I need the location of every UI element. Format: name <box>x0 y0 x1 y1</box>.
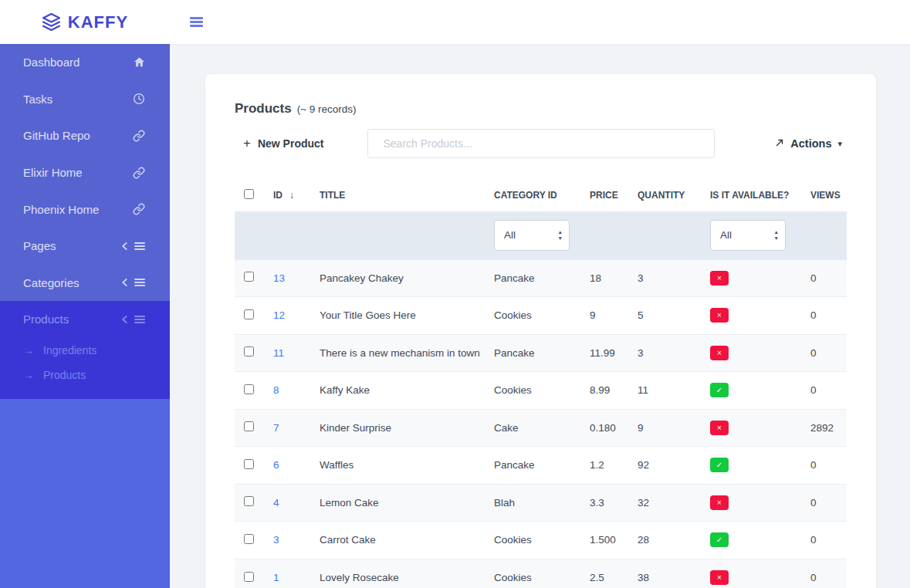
availability-badge: × <box>710 421 729 435</box>
new-product-button[interactable]: + New Product <box>243 136 324 151</box>
cell-category: Blah <box>485 484 580 522</box>
sidebar-item-tasks[interactable]: Tasks <box>0 81 170 118</box>
row-id-link[interactable]: 6 <box>273 459 279 471</box>
column-header-available[interactable]: IS IT AVAILABLE? <box>701 179 801 211</box>
row-checkbox[interactable] <box>244 384 254 394</box>
row-id-link[interactable]: 11 <box>273 347 284 359</box>
sidebar-item-label: Categories <box>23 276 121 289</box>
search-input[interactable] <box>367 129 715 158</box>
cell-title: Lemon Cake <box>310 484 485 522</box>
table-row: 4Lemon CakeBlah3.332×0 <box>235 484 847 522</box>
sidebar-item-phoenix-home[interactable]: Phoenix Home <box>0 191 170 228</box>
cell-category: Cookies <box>485 522 580 559</box>
sidebar-item-categories[interactable]: Categories <box>0 265 170 302</box>
check-icon: ✓ <box>716 386 722 394</box>
column-header-id[interactable]: ID↓ <box>264 179 310 211</box>
row-id-link[interactable]: 7 <box>273 422 279 434</box>
sidebar-item-label: Dashboard <box>23 56 134 69</box>
actions-dropdown-button[interactable]: Actions ▾ <box>774 137 842 150</box>
sidebar-item-label: Elixir Home <box>23 166 133 179</box>
brand-name: KAFFY <box>68 12 128 32</box>
check-icon: ✓ <box>716 461 722 469</box>
row-id-link[interactable]: 3 <box>273 534 279 546</box>
row-checkbox[interactable] <box>244 421 254 431</box>
link-icon <box>133 203 145 215</box>
cell-quantity: 3 <box>628 259 701 297</box>
sort-desc-icon: ↓ <box>289 190 294 201</box>
column-header-title[interactable]: TITLE <box>310 179 485 211</box>
new-product-label: New Product <box>258 137 324 150</box>
column-header-price[interactable]: PRICE <box>580 179 628 211</box>
cell-views: 0 <box>801 297 847 335</box>
column-header-views[interactable]: VIEWS <box>801 179 847 211</box>
sidebar-subitem-products[interactable]: → Products <box>0 363 170 387</box>
row-id-link[interactable]: 12 <box>273 309 285 321</box>
filter-row: All ▲▼ All <box>235 211 847 259</box>
cell-title: Waffles <box>310 447 485 485</box>
cell-quantity: 92 <box>628 447 701 485</box>
records-count: (~ 9 records) <box>297 103 357 115</box>
brand-logo[interactable]: KAFFY <box>0 12 170 32</box>
cell-views: 0 <box>801 334 847 372</box>
x-icon: × <box>717 311 722 319</box>
row-checkbox[interactable] <box>244 459 254 469</box>
sidebar-section-products-active: Products <box>0 301 170 399</box>
cell-price: 11.99 <box>580 334 628 372</box>
x-icon: × <box>717 274 722 282</box>
row-checkbox[interactable] <box>244 309 254 319</box>
chevron-left-icon <box>121 315 128 324</box>
available-filter-select[interactable]: All <box>710 220 786 251</box>
cell-views: 0 <box>801 522 847 559</box>
column-header-quantity[interactable]: QUANTITY <box>628 179 701 211</box>
menu-icon <box>134 315 145 324</box>
cell-quantity: 5 <box>628 297 701 335</box>
cell-price: 8.99 <box>580 372 628 410</box>
sidebar-item-products[interactable]: Products <box>0 301 170 338</box>
cell-price: 18 <box>580 259 628 297</box>
sidebar-item-dashboard[interactable]: Dashboard <box>0 44 170 81</box>
availability-badge: × <box>710 271 729 286</box>
cell-quantity: 38 <box>628 559 701 588</box>
cell-quantity: 3 <box>628 334 701 372</box>
actions-label: Actions <box>790 137 831 150</box>
x-icon: × <box>717 573 722 582</box>
category-filter-select[interactable]: All <box>494 220 570 251</box>
plus-icon: + <box>243 136 251 151</box>
cell-category: Cookies <box>485 559 580 588</box>
sidebar-toggle-button[interactable] <box>190 15 203 29</box>
sidebar-item-elixir-home[interactable]: Elixir Home <box>0 154 170 191</box>
row-id-link[interactable]: 13 <box>273 272 285 284</box>
products-table: ID↓ TITLE CATEGORY ID PRICE QUANTITY IS … <box>235 179 847 588</box>
home-icon <box>134 56 145 68</box>
arrow-up-right-icon <box>774 137 785 150</box>
sidebar-item-github-repo[interactable]: GitHub Repo <box>0 117 170 154</box>
cell-title: Your Title Goes Here <box>310 297 485 335</box>
cell-views: 0 <box>801 372 847 410</box>
column-header-category-id[interactable]: CATEGORY ID <box>485 179 580 211</box>
table-row: 13Pancakey ChakeyPancake183×0 <box>235 259 847 297</box>
cell-price: 0.180 <box>580 409 628 447</box>
availability-badge: ✓ <box>710 532 729 547</box>
table-row: 12Your Title Goes HereCookies95×0 <box>235 297 847 335</box>
hamburger-icon <box>190 17 203 19</box>
row-checkbox[interactable] <box>244 572 254 582</box>
row-id-link[interactable]: 8 <box>273 384 279 396</box>
sidebar-subitem-ingredients[interactable]: → Ingredients <box>0 338 170 363</box>
row-id-link[interactable]: 1 <box>273 572 279 583</box>
availability-badge: ✓ <box>710 383 729 397</box>
x-icon: × <box>717 424 722 432</box>
row-id-link[interactable]: 4 <box>273 497 279 509</box>
sidebar-item-pages[interactable]: Pages <box>0 228 170 265</box>
sidebar-item-label: GitHub Repo <box>23 129 133 142</box>
row-checkbox[interactable] <box>244 346 254 357</box>
x-icon: × <box>717 349 722 357</box>
row-checkbox[interactable] <box>244 272 254 282</box>
cell-title: Kaffy Kake <box>310 372 485 410</box>
arrow-right-icon: → <box>23 369 33 381</box>
cell-views: 0 <box>801 559 847 588</box>
row-checkbox[interactable] <box>244 496 254 506</box>
layers-icon <box>42 12 61 32</box>
row-checkbox[interactable] <box>244 534 254 544</box>
select-all-checkbox[interactable] <box>244 189 254 199</box>
menu-icon <box>134 242 145 251</box>
